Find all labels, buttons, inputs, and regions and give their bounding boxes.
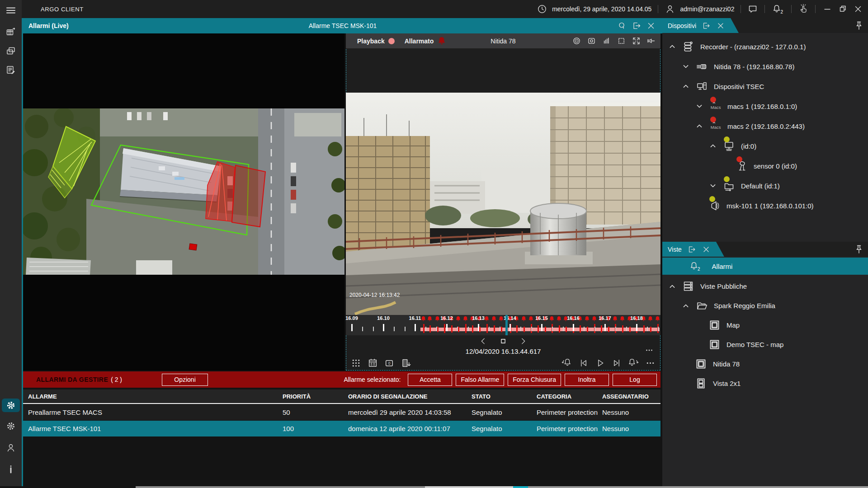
- view-item-allarmi-selected[interactable]: 2 Allarmi: [662, 258, 868, 275]
- sidebar-report-button[interactable]: [2, 62, 20, 78]
- step-forward-button[interactable]: [518, 336, 528, 346]
- skip-forward-button[interactable]: [611, 357, 623, 369]
- alarm-event-mark: [465, 324, 467, 333]
- tree-item-vista-2x1[interactable]: Vista 2x1: [662, 374, 868, 393]
- forza-chiusura-button[interactable]: Forza Chiusura: [508, 374, 561, 386]
- timeline-playhead[interactable]: [505, 315, 508, 335]
- tree-item-macs-2-192-168-0-2-443[interactable]: Macsmacs 2 (192.168.0.2:443): [662, 116, 868, 136]
- tree-item-recorder-rzanazzi02-127-0-0-1[interactable]: Recorder - (rzanazzi02 - 127.0.0.1): [662, 37, 868, 56]
- sidebar-info-button[interactable]: [2, 462, 20, 477]
- tree-item-msk-101-1-192-168-0-101-0[interactable]: msk-101 1 (192.168.0.101:0): [662, 196, 868, 216]
- tree-item-label: Spark Reggio Emilia: [714, 302, 775, 310]
- sidebar-bottom-icons: [2, 399, 20, 477]
- tree-item-default-id-1[interactable]: Default (id:1): [662, 176, 868, 196]
- map-pane[interactable]: [23, 33, 344, 371]
- touch-mode-button[interactable]: [798, 4, 809, 14]
- inoltra-button[interactable]: Inoltra: [565, 374, 609, 386]
- separator: [741, 5, 741, 13]
- timeline-subtick: [405, 327, 406, 331]
- tree-item-dispositivi-tsec[interactable]: Dispositivi TSEC: [662, 76, 868, 96]
- timeline-subtick: [489, 327, 490, 331]
- chevron-up-icon[interactable]: [708, 141, 723, 151]
- sidebar-scene-editor-button[interactable]: [2, 24, 20, 40]
- chevron-down-icon[interactable]: [695, 101, 709, 111]
- chevron-up-icon[interactable]: [668, 42, 682, 52]
- next-alarm-button[interactable]: [628, 357, 639, 369]
- pin-horizontal-button[interactable]: [646, 36, 656, 46]
- step-back-button[interactable]: [478, 336, 488, 346]
- tree-item-map[interactable]: Map: [662, 315, 868, 335]
- tree-item-nitida-78-192-168-80-78[interactable]: Nitida 78 - (192.168.80.78): [662, 56, 868, 76]
- minimize-button[interactable]: [822, 4, 833, 14]
- log-button[interactable]: Log: [613, 374, 657, 386]
- camera-video-frame[interactable]: 2020-04-12 16:13:42: [346, 93, 660, 315]
- timeline-tick: [383, 324, 384, 331]
- chat-button[interactable]: [747, 4, 758, 14]
- export-clip-button[interactable]: [401, 357, 412, 369]
- record-button[interactable]: [572, 36, 581, 46]
- sidebar-user-profile-button[interactable]: [2, 440, 20, 455]
- skip-back-button[interactable]: [578, 357, 589, 369]
- more-button[interactable]: [645, 357, 656, 369]
- previous-alarm-button[interactable]: [561, 357, 572, 369]
- falso-allarme-button[interactable]: Falso Allarme: [456, 374, 504, 386]
- chevron-up-icon[interactable]: [668, 282, 682, 291]
- alarm-event-mark: [538, 325, 539, 333]
- snapshot-button[interactable]: [587, 36, 596, 46]
- devices-pin-button[interactable]: [854, 20, 863, 30]
- map-view[interactable]: [23, 108, 344, 275]
- user-profile-icon: [5, 442, 16, 453]
- timeline-subtick: [584, 327, 585, 331]
- alarm-bell-marker: [484, 316, 490, 323]
- tree-item-nitida-78[interactable]: Nitida 78: [662, 354, 868, 374]
- tree-item-demo-tsec-map[interactable]: Demo TSEC - map: [662, 335, 868, 354]
- close-button[interactable]: [853, 4, 863, 14]
- tab-dispositivi[interactable]: Dispositivi: [662, 18, 739, 33]
- table-row-preallarme-tsec-macs[interactable]: Preallarme TSEC MACS50mercoledì 29 april…: [23, 404, 660, 420]
- sidebar-layouts-button[interactable]: [2, 43, 20, 59]
- tsec-device-icon: [696, 80, 714, 93]
- equalizer-button[interactable]: [602, 36, 611, 46]
- sidebar-settings-active-button[interactable]: [2, 399, 20, 412]
- tab-viste[interactable]: Viste: [662, 242, 724, 257]
- export-icon[interactable]: [702, 21, 711, 30]
- alarm-bell-marker: [420, 316, 426, 323]
- calendar-button[interactable]: [367, 357, 378, 369]
- options-button[interactable]: Opzioni: [162, 374, 208, 386]
- tree-item-spark-reggio-emilia[interactable]: Spark Reggio Emilia: [662, 296, 868, 315]
- close-alarm-window-button[interactable]: [646, 21, 656, 31]
- chevron-up-icon[interactable]: [681, 81, 696, 91]
- timeline-scrubber[interactable]: 16.0916.1016.1116.1216.1316.1416.1516.16…: [346, 315, 660, 335]
- playback-label: Playback: [357, 38, 385, 45]
- alarm-event-mark: [444, 324, 445, 333]
- tree-item-macs-1-192-168-0-1-0[interactable]: Macsmacs 1 (192.168.0.1:0): [662, 96, 868, 116]
- close-x-icon[interactable]: [702, 245, 711, 254]
- export-window-button[interactable]: [632, 21, 642, 31]
- audio-listen-button[interactable]: [617, 21, 627, 31]
- tab-allarmi-live[interactable]: Allarmi (Live): [28, 22, 69, 29]
- snapshot-camera-button[interactable]: 0: [384, 357, 395, 369]
- play-button[interactable]: [594, 357, 606, 369]
- camera-pane[interactable]: Playback Allarmato Nitida 78: [346, 33, 660, 371]
- chevron-down-icon[interactable]: [708, 181, 723, 191]
- close-x-icon[interactable]: [716, 21, 725, 30]
- chevron-up-icon[interactable]: [681, 301, 696, 311]
- views-pin-button[interactable]: [854, 244, 863, 254]
- hamburger-menu-button[interactable]: [2, 3, 20, 18]
- export-icon[interactable]: [687, 245, 696, 254]
- grid-button[interactable]: [350, 357, 362, 369]
- cell: Nessuno: [602, 408, 665, 416]
- stop-button[interactable]: [498, 336, 508, 346]
- chevron-up-icon[interactable]: [695, 121, 709, 131]
- sidebar-service-gear-button[interactable]: [2, 418, 20, 434]
- notifications-button[interactable]: 2: [771, 4, 785, 14]
- selection-button[interactable]: [617, 36, 626, 46]
- restore-button[interactable]: [837, 4, 848, 14]
- fullscreen-button[interactable]: [632, 36, 641, 46]
- chevron-down-icon[interactable]: [681, 61, 696, 71]
- table-row-allarme-tsec-msk-101[interactable]: Allarme TSEC MSK-101100domenica 12 april…: [23, 420, 660, 436]
- tree-item-id-0[interactable]: (id:0): [662, 136, 868, 156]
- tree-item-viste-pubbliche[interactable]: Viste Pubbliche: [662, 277, 868, 296]
- tree-item-sensor-0-id-0[interactable]: sensor 0 (id:0): [662, 156, 868, 176]
- accetta-button[interactable]: Accetta: [408, 374, 452, 386]
